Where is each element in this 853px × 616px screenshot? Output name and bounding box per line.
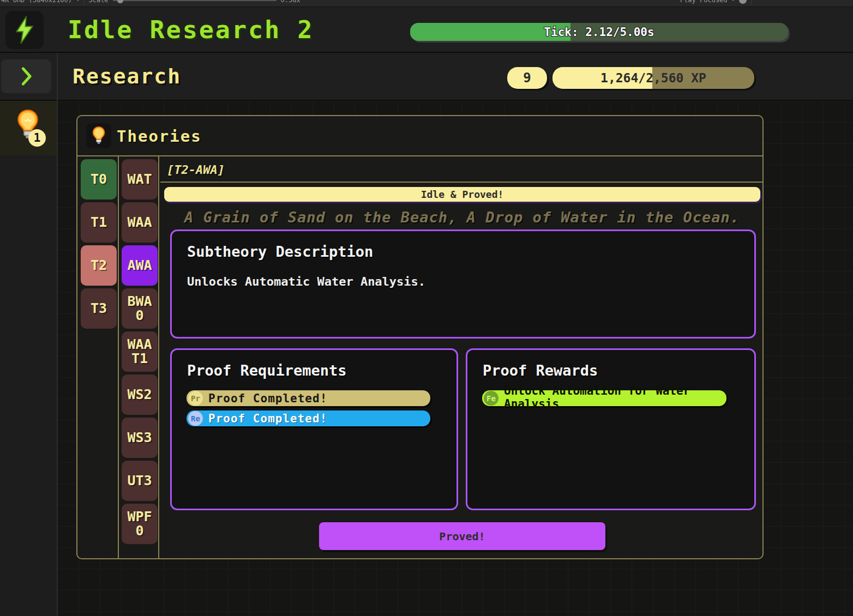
status-bar: Idle & Proved! (164, 187, 760, 202)
game-screen: 4K UHD (3840x2160) ▾ Scale 0.58x Play Fo… (0, 0, 853, 616)
chevron-right-icon (17, 65, 35, 87)
left-sidebar: 1 (0, 101, 57, 616)
sidebar-divider (57, 53, 58, 616)
subtheory-detail-pane: [T2-AWA] Idle & Proved! A Grain of Sand … (160, 156, 764, 558)
subtheory-button-ws3[interactable]: WS3 (122, 418, 158, 458)
resolution-dropdown[interactable]: 4K UHD (3840x2160) (1, 0, 72, 4)
slider-track (113, 0, 277, 1)
lightning-icon (14, 15, 35, 45)
tier-button-t0[interactable]: T0 (81, 159, 117, 200)
subtheory-description-box: Subtheory Description Unlocks Automatic … (170, 230, 756, 339)
page-title: Research (73, 53, 181, 100)
subtheory-button-wat[interactable]: WAT (122, 159, 158, 200)
subtheory-button-ws2[interactable]: WS2 (122, 375, 158, 415)
requirement-label: Proof Completed! (208, 390, 327, 406)
subtheory-code-row: [T2-AWA] (160, 156, 764, 183)
subtheory-button-awa-selected[interactable]: AWA (122, 245, 158, 286)
collapse-sidebar-button[interactable] (1, 59, 51, 93)
requirement-bar-proofs: Pr Proof Completed! (187, 390, 430, 406)
proofs-currency-icon: Pr (188, 391, 203, 406)
column-divider (158, 156, 159, 558)
chevron-down-icon: ▾ (76, 0, 79, 3)
subtheory-button-waat1[interactable]: WAAT1 (122, 331, 158, 372)
scale-value: 0.58x (281, 0, 301, 4)
app-logo (5, 11, 44, 49)
subtheory-code: [T2-AWA] (167, 156, 225, 183)
tier-button-t1[interactable]: T1 (81, 202, 117, 243)
requirement-label: Proof Completed! (208, 410, 327, 426)
tier-button-t2-selected[interactable]: T2 (81, 245, 117, 286)
app-title: Idle Research 2 (68, 7, 314, 52)
scale-label: Scale (88, 0, 108, 4)
lightbulb-icon (91, 126, 107, 146)
tick-progress-bar: Tick: 2.12/5.00s (410, 23, 788, 41)
proof-rewards-title: Proof Rewards (483, 362, 598, 379)
slider-knob[interactable] (117, 0, 123, 3)
theories-panel-title: Theories (117, 116, 202, 156)
subtheory-button-bwa0[interactable]: BWA0 (122, 288, 158, 329)
theories-count-badge: 1 (28, 129, 46, 147)
description-title: Subtheory Description (187, 243, 373, 260)
proof-rewards-box: Proof Rewards Fe Unlock Automation for W… (466, 348, 756, 510)
proof-requirements-title: Proof Requirements (187, 362, 347, 379)
toolbar-divider (751, 0, 752, 5)
chevron-down-icon: ▾ (732, 0, 735, 3)
feature-icon: Fe (484, 391, 498, 406)
research-currency-icon: Re (188, 411, 203, 426)
editor-toolbar: 4K UHD (3840x2160) ▾ Scale 0.58x Play Fo… (0, 0, 853, 7)
sidebar-item-theories[interactable]: 1 (0, 101, 57, 155)
toolbar-divider (83, 0, 84, 5)
description-body: Unlocks Automatic Water Analysis. (187, 275, 425, 288)
play-focused-dropdown[interactable]: Play Focused (680, 0, 728, 4)
subtheory-button-wpf0[interactable]: WPF0 (122, 504, 158, 544)
theories-panel-header: Theories (77, 116, 762, 156)
subtheory-button-ut3[interactable]: UT3 (122, 461, 158, 501)
tick-progress-label: Tick: 2.12/5.00s (410, 23, 788, 41)
xp-progress-label: 1,264/2,560 XP (552, 67, 754, 89)
theories-icon-tile (86, 123, 111, 148)
theories-panel: Theories T0 T1 T2 T3 WAT WAA AWA BWA0 WA… (76, 115, 764, 559)
scale-slider[interactable] (113, 0, 277, 5)
column-divider (118, 156, 119, 558)
research-level-badge: 9 (507, 67, 547, 89)
xp-progress-bar: 1,264/2,560 XP (552, 67, 754, 89)
subtheory-button-waa[interactable]: WAA (122, 202, 158, 243)
research-header-row: Research 9 1,264/2,560 XP (0, 53, 853, 101)
tier-button-t3[interactable]: T3 (81, 288, 117, 329)
proved-button[interactable]: Proved! (319, 522, 605, 550)
gear-icon[interactable] (739, 0, 747, 4)
reward-label: Unlock Automation for Water Analysis (504, 384, 717, 410)
proof-requirements-box: Proof Requirements Pr Proof Completed! R… (170, 348, 458, 510)
app-header: Idle Research 2 Tick: 2.12/5.00s (0, 7, 853, 53)
subtheory-quote: A Grain of Sand on the Beach, A Drop of … (160, 209, 764, 226)
requirement-bar-research: Re Proof Completed! (187, 410, 430, 426)
